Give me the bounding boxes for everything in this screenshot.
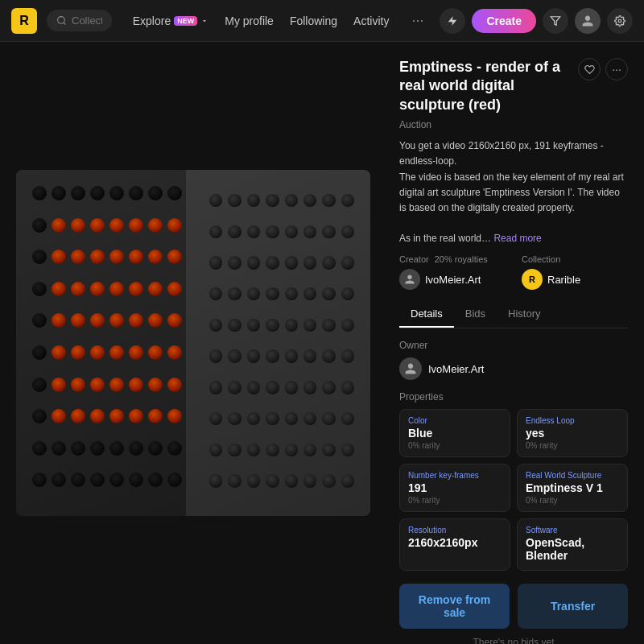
collection-label: Collection [522,254,628,264]
owner-label: Owner [399,340,628,351]
nft-image [16,170,370,516]
prop-loop-value: yes [526,427,619,440]
details-section: Emptiness - render of a real world digit… [386,42,644,644]
prop-res-type: Resolution [408,526,502,535]
more-menu[interactable]: ··· [405,9,430,32]
chevron-down-icon [200,17,208,25]
meta-row: Creator 20% royalties IvoMeier.Art Colle… [399,254,628,290]
holes-grid-right [201,186,362,508]
action-buttons: Remove from sale Transfer [399,584,628,629]
read-more-link[interactable]: Read more [493,233,541,244]
prop-kf-rarity: 0% rarity [408,496,502,505]
no-bids-text: There's no bids yet [399,637,628,644]
svg-line-1 [64,23,65,24]
tab-history[interactable]: History [497,301,551,328]
owner-avatar [399,357,422,380]
nav-explore[interactable]: Explore NEW [126,11,215,31]
main-content: Emptiness - render of a real world digit… [0,42,644,644]
item-title: Emptiness - render of a real world digit… [399,58,572,114]
prop-software: Software OpenScad, Blender [517,518,628,571]
properties-label: Properties [399,391,628,402]
description: You get a video 2160x2160 px, 191 keyfra… [399,138,628,246]
owner-name: IvoMeier.Art [428,363,484,375]
prop-sw-value: OpenScad, Blender [526,536,619,562]
owner-row[interactable]: IvoMeier.Art [399,357,628,380]
tab-bids[interactable]: Bids [454,301,497,328]
search-icon [56,15,67,26]
filter-icon-btn[interactable] [543,8,568,34]
remove-from-sale-button[interactable]: Remove from sale [399,584,510,629]
item-header: Emptiness - render of a real world digit… [399,58,628,114]
like-button[interactable] [578,58,601,80]
search-bar[interactable] [47,10,112,31]
prop-sc-rarity: 0% rarity [526,496,619,505]
prop-resolution: Resolution 2160x2160px [399,518,510,571]
lightning-icon [447,15,458,27]
create-button[interactable]: Create [472,9,536,33]
more-options-button[interactable]: ··· [605,58,628,80]
sculpture-artwork [16,170,370,516]
creator-person-icon [404,274,415,285]
prop-loop-rarity: 0% rarity [526,441,619,450]
nav-my-profile[interactable]: My profile [218,11,280,31]
prop-color-value: Blue [408,427,502,440]
prop-keyframes: Number key-frames 191 0% rarity [399,464,510,512]
lightning-icon-btn[interactable] [440,8,465,34]
collection-icon: R [522,269,543,290]
prop-sculpture: Real World Sculpture Emptiness V 1 0% ra… [517,464,628,512]
prop-color-rarity: 0% rarity [408,441,502,450]
prop-color-type: Color [408,416,502,425]
svg-point-2 [618,19,621,23]
prop-kf-value: 191 [408,481,502,494]
tabs: Details Bids History [399,301,628,328]
prop-res-value: 2160x2160px [408,536,502,549]
tab-details[interactable]: Details [399,301,454,328]
transfer-button[interactable]: Transfer [518,584,628,629]
royalties-text: 20% royalties [435,254,488,264]
prop-sc-type: Real World Sculpture [526,471,619,480]
collection-block: Collection R Rarible [522,254,628,290]
new-badge: NEW [174,16,197,26]
heart-icon [584,64,595,75]
auction-badge: Auction [399,119,628,130]
creator-label: Creator 20% royalties [399,254,506,264]
prop-endless-loop: Endless Loop yes 0% rarity [517,409,628,457]
navbar: R Explore NEW My profile Following Activ… [0,0,644,42]
search-input[interactable] [72,14,102,27]
item-actions: ··· [578,58,628,80]
prop-loop-type: Endless Loop [526,416,619,425]
creator-block: Creator 20% royalties IvoMeier.Art [399,254,506,290]
properties-grid: Color Blue 0% rarity Endless Loop yes 0%… [399,409,628,571]
holes-grid-left [24,178,209,508]
logo[interactable]: R [11,8,37,34]
prop-sw-type: Software [526,526,619,535]
collection-value[interactable]: R Rarible [522,269,628,290]
creator-avatar [399,269,420,290]
settings-icon-btn[interactable] [607,8,633,34]
prop-kf-type: Number key-frames [408,471,502,480]
person-icon [581,14,594,27]
nav-activity[interactable]: Activity [347,11,395,31]
owner-person-icon [404,362,417,375]
filter-icon [550,15,561,27]
svg-point-0 [58,17,65,24]
prop-color: Color Blue 0% rarity [399,409,510,457]
creator-value[interactable]: IvoMeier.Art [399,269,506,290]
nav-links: Explore NEW My profile Following Activit… [126,11,396,31]
nav-right: Create [440,8,633,34]
settings-icon [614,15,625,27]
prop-sc-value: Emptiness V 1 [526,481,619,494]
image-section [0,42,386,644]
nav-following[interactable]: Following [283,11,344,31]
user-avatar[interactable] [575,8,601,34]
